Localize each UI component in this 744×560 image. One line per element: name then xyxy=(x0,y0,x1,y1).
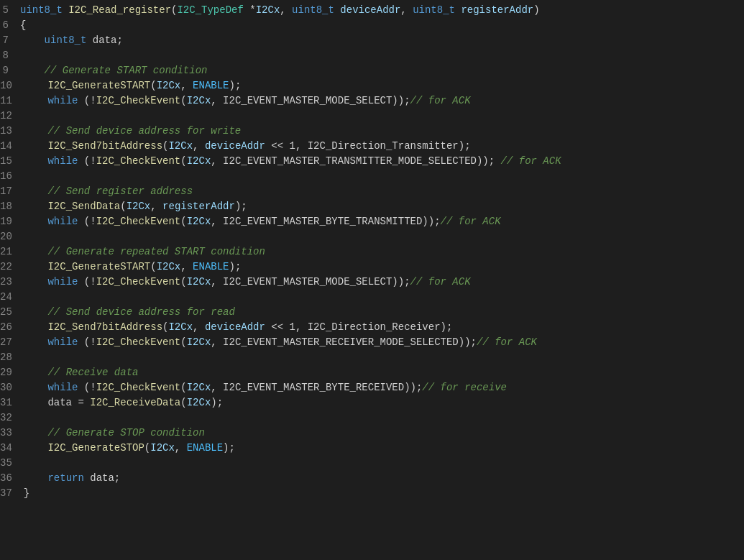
code-text: I2C_Send7bitAddress(I2Cx, deviceAddr << … xyxy=(24,139,471,154)
code-text: } xyxy=(24,486,29,501)
code-text xyxy=(24,109,29,124)
kw-token: uint8_t xyxy=(292,4,334,16)
fn-token: I2C_Send7bitAddress xyxy=(47,321,162,333)
code-line: 7 uint8_t data; xyxy=(0,33,744,48)
code-line: 14 I2C_Send7bitAddress(I2Cx, deviceAddr … xyxy=(0,139,744,154)
comment-token: // Generate START condition xyxy=(45,65,208,76)
plain-token: , xyxy=(400,4,413,16)
line-number: 17 xyxy=(0,184,24,199)
param-token: I2Cx xyxy=(187,397,211,408)
plain-token: ( xyxy=(150,80,156,91)
line-number: 14 xyxy=(0,139,24,154)
line-number: 19 xyxy=(0,214,24,229)
plain-token: ); xyxy=(211,397,223,408)
plain-token xyxy=(63,4,68,16)
param-token: I2Cx xyxy=(168,321,193,333)
line-number: 26 xyxy=(0,320,24,335)
plain-token xyxy=(24,276,48,288)
code-line: 15 while (!I2C_CheckEvent(I2Cx, I2C_EVEN… xyxy=(0,154,744,169)
plain-token xyxy=(24,246,48,257)
plain-token: , I2C_EVENT_MASTER_MODE_SELECT)); xyxy=(211,276,410,288)
code-line: 18 I2C_SendData(I2Cx, registerAddr); xyxy=(0,199,744,214)
code-line: 30 while (!I2C_CheckEvent(I2Cx, I2C_EVEN… xyxy=(0,380,744,395)
fn-token: I2C_GenerateSTOP xyxy=(47,442,144,454)
param-token: I2Cx xyxy=(150,442,175,454)
line-number: 20 xyxy=(0,229,24,244)
plain-token xyxy=(24,125,48,137)
code-text: I2C_Send7bitAddress(I2Cx, deviceAddr << … xyxy=(24,320,453,335)
code-line: 24 xyxy=(0,290,744,305)
kw-token: while xyxy=(47,276,78,288)
plain-token: ( xyxy=(120,201,126,212)
plain-token xyxy=(24,367,48,378)
code-text: // Send register address xyxy=(24,184,193,199)
code-text: while (!I2C_CheckEvent(I2Cx, I2C_EVENT_M… xyxy=(24,335,537,350)
code-text xyxy=(24,169,29,184)
code-text xyxy=(24,229,29,244)
plain-token: , xyxy=(150,201,162,212)
plain-token xyxy=(24,321,48,333)
code-text: // Generate repeated START condition xyxy=(24,244,265,260)
line-number: 21 xyxy=(0,244,24,260)
comment-token: // Receive data xyxy=(47,367,138,378)
code-text: // Receive data xyxy=(24,365,139,380)
code-line: 6{ xyxy=(0,18,744,33)
code-line: 34 I2C_GenerateSTOP(I2Cx, ENABLE); xyxy=(0,441,744,456)
code-line: 9 // Generate START condition xyxy=(0,63,744,78)
code-text: I2C_GenerateSTOP(I2Cx, ENABLE); xyxy=(24,441,235,456)
fn-token: I2C_ReceiveData xyxy=(90,397,180,408)
code-line: 23 while (!I2C_CheckEvent(I2Cx, I2C_EVEN… xyxy=(0,275,744,290)
plain-token: (! xyxy=(78,336,96,348)
code-line: 26 I2C_Send7bitAddress(I2Cx, deviceAddr … xyxy=(0,320,744,335)
line-number: 37 xyxy=(0,486,24,501)
code-text xyxy=(24,456,29,471)
plain-token: , I2C_EVENT_MASTER_MODE_SELECT)); xyxy=(211,95,410,106)
kw-token: while xyxy=(47,216,78,227)
code-text: // Generate START condition xyxy=(20,63,207,78)
code-line: 10 I2C_GenerateSTART(I2Cx, ENABLE); xyxy=(0,78,744,93)
line-number: 16 xyxy=(0,169,24,184)
plain-token: , I2C_EVENT_MASTER_BYTE_TRANSMITTED)); xyxy=(211,216,440,227)
code-line: 29 // Receive data xyxy=(0,365,744,380)
code-line: 25 // Send device address for read xyxy=(0,305,744,320)
code-line: 13 // Send device address for write xyxy=(0,124,744,139)
fn-token: I2C_CheckEvent xyxy=(96,382,181,393)
code-text: // Send device address for read xyxy=(24,305,235,320)
code-editor[interactable]: 5uint8_t I2C_Read_register(I2C_TypeDef *… xyxy=(0,3,744,501)
code-line: 36 return data; xyxy=(0,471,744,486)
line-number: 7 xyxy=(0,33,20,48)
line-number: 15 xyxy=(0,154,24,169)
plain-token xyxy=(24,201,48,212)
param-token: I2Cx xyxy=(187,382,211,393)
code-line: 21 // Generate repeated START condition xyxy=(0,244,744,260)
code-line: 5uint8_t I2C_Read_register(I2C_TypeDef *… xyxy=(0,3,744,18)
plain-token: (! xyxy=(78,276,96,288)
line-number: 22 xyxy=(0,260,24,275)
line-number: 18 xyxy=(0,199,24,214)
plain-token: , I2C_EVENT_MASTER_RECEIVER_MODE_SELECTE… xyxy=(211,336,477,348)
plain-token: ); xyxy=(223,442,235,454)
line-number: 33 xyxy=(0,426,24,441)
kw-token: while xyxy=(47,382,78,393)
plain-token: ( xyxy=(180,397,186,408)
line-number: 35 xyxy=(0,456,24,471)
line-number: 9 xyxy=(0,63,20,78)
fn-token: I2C_CheckEvent xyxy=(96,155,181,167)
comment-token: // for ACK xyxy=(477,336,537,348)
plain-token xyxy=(24,155,48,167)
plain-token: } xyxy=(24,487,29,499)
param-token: registerAddr xyxy=(162,201,235,212)
code-line: 19 while (!I2C_CheckEvent(I2Cx, I2C_EVEN… xyxy=(0,214,744,229)
line-number: 8 xyxy=(0,48,20,63)
comment-token: // for receive xyxy=(422,382,507,393)
code-text: I2C_GenerateSTART(I2Cx, ENABLE); xyxy=(24,260,242,275)
plain-token: ( xyxy=(180,216,186,227)
line-number: 24 xyxy=(0,290,24,305)
comment-token: // Generate repeated START condition xyxy=(47,246,265,257)
code-line: 35 xyxy=(0,456,744,471)
plain-token: ); xyxy=(229,261,242,272)
param-token: I2Cx xyxy=(187,155,211,167)
plain-token: ); xyxy=(229,80,242,91)
code-line: 17 // Send register address xyxy=(0,184,744,199)
kw-token: uint8_t xyxy=(20,4,63,16)
